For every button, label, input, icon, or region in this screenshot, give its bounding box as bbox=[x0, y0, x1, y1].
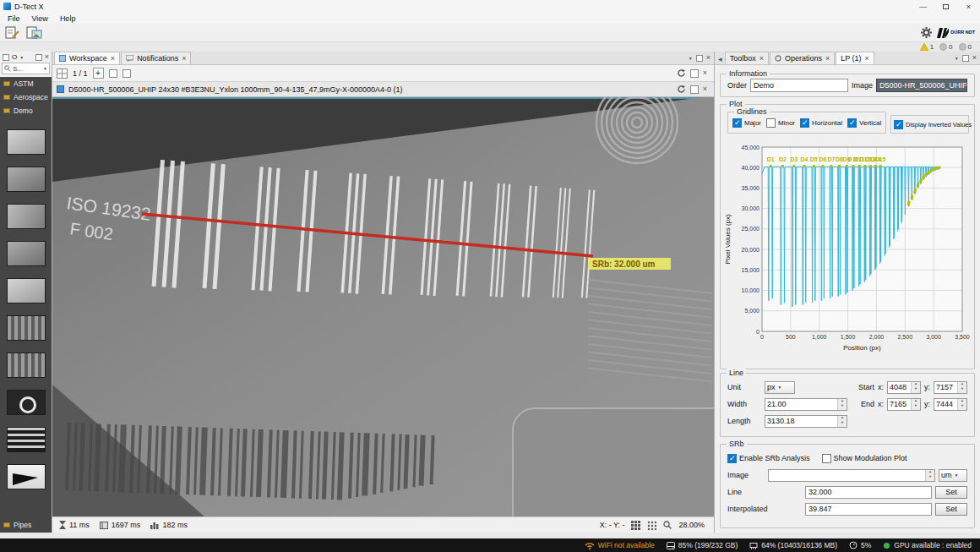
scroll-tabs-left-icon[interactable]: ◀ bbox=[716, 56, 724, 64]
close-panel-icon[interactable]: × bbox=[972, 54, 977, 62]
info-badge[interactable]: 0 bbox=[939, 43, 952, 51]
srb-line-field[interactable]: 32.000 bbox=[805, 486, 932, 499]
unit-select[interactable]: px▼ bbox=[765, 381, 795, 394]
checkbox-icon bbox=[800, 118, 809, 128]
app-icon bbox=[3, 3, 11, 10]
minor-gridlines-checkbox[interactable]: Minor bbox=[766, 118, 795, 128]
tab-close-icon[interactable]: × bbox=[760, 55, 764, 63]
zoom-icon[interactable] bbox=[663, 521, 672, 529]
search-filter-chevron-icon[interactable]: ▼ bbox=[43, 66, 47, 71]
plot-group: Plot Gridlines Major Minor Horizontal Ve… bbox=[720, 104, 975, 369]
message-badge[interactable]: 0 bbox=[959, 43, 972, 51]
tab-close-icon[interactable]: × bbox=[182, 55, 186, 63]
library-folder-demo[interactable]: Demo bbox=[0, 104, 52, 118]
end-label: End bbox=[861, 400, 874, 408]
tab-toolbox[interactable]: Toolbox× bbox=[725, 52, 769, 64]
refresh-icon[interactable] bbox=[677, 68, 686, 78]
minimize-button[interactable]: — bbox=[912, 0, 934, 13]
image-thumbnail[interactable] bbox=[7, 278, 46, 303]
close-button[interactable]: × bbox=[957, 0, 980, 13]
grid-overlay-icon[interactable] bbox=[631, 521, 640, 530]
order-label: Order bbox=[727, 81, 747, 90]
tab-close-icon[interactable]: × bbox=[825, 55, 830, 63]
info-icon bbox=[939, 43, 947, 51]
width-field[interactable]: 21.00▲▼ bbox=[765, 398, 847, 411]
menu-help[interactable]: Help bbox=[54, 13, 82, 24]
srb-unit-select[interactable]: um▼ bbox=[939, 469, 967, 482]
film-icon bbox=[100, 522, 108, 529]
vertical-gridlines-checkbox[interactable]: Vertical bbox=[847, 118, 881, 128]
pin-icon[interactable] bbox=[35, 54, 42, 61]
library-folder-aerospace[interactable]: Aerospace bbox=[0, 90, 52, 104]
image-thumbnail[interactable] bbox=[7, 167, 46, 192]
tab-lp[interactable]: LP (1)× bbox=[836, 52, 874, 64]
float-panel-icon[interactable] bbox=[962, 55, 969, 62]
image-thumbnail[interactable] bbox=[7, 353, 46, 378]
dots-overlay-icon[interactable] bbox=[647, 521, 656, 530]
image-thumbnail[interactable] bbox=[7, 464, 46, 489]
menu-view[interactable]: View bbox=[26, 13, 54, 24]
order-field[interactable]: Demo bbox=[750, 79, 848, 92]
menu-file[interactable]: File bbox=[2, 13, 26, 24]
image-field[interactable]: D5000-HR_500006_UHIP 24x30 #B bbox=[876, 79, 967, 92]
image-tab-title[interactable]: D5000-HR_500006_UHIP 24x30 #B3E3NU_Yxlon… bbox=[68, 85, 403, 94]
show-modulation-plot-checkbox[interactable]: Show Modulation Plot bbox=[822, 454, 907, 463]
start-y-field[interactable]: 7157▲▼ bbox=[934, 381, 967, 394]
marquee-select-icon[interactable] bbox=[122, 69, 131, 78]
settings-gear-icon[interactable] bbox=[921, 27, 932, 38]
set-line-button[interactable]: Set bbox=[935, 486, 967, 499]
line-profile-chart[interactable]: 05,00010,00015,00020,00025,00030,00035,0… bbox=[722, 142, 972, 358]
refresh-icon[interactable] bbox=[677, 85, 686, 94]
tab-notifications[interactable]: Notifications × bbox=[121, 52, 191, 64]
close-image-icon[interactable]: × bbox=[703, 85, 707, 93]
horizontal-gridlines-checkbox[interactable]: Horizontal bbox=[800, 118, 842, 128]
close-panel-icon[interactable]: × bbox=[45, 53, 49, 61]
major-gridlines-checkbox[interactable]: Major bbox=[732, 118, 761, 128]
float-panel-icon[interactable] bbox=[696, 55, 703, 62]
library-search[interactable]: S... ▼ bbox=[2, 63, 50, 74]
image-thumbnail[interactable] bbox=[7, 204, 46, 229]
zoom-level[interactable]: 28.00% bbox=[678, 521, 705, 529]
image-viewer[interactable]: ISO 19232 F 002 SRb: 32.000 um bbox=[52, 97, 714, 516]
display-inverted-values-checkbox[interactable]: Display Inverted Values bbox=[894, 120, 972, 129]
maximize-view-icon[interactable] bbox=[690, 69, 699, 78]
selection-edge bbox=[52, 97, 714, 99]
title-bar: D-Tect X — × bbox=[0, 0, 980, 13]
report-images-icon[interactable] bbox=[26, 26, 43, 40]
srb-interpolated-field[interactable]: 39.847 bbox=[805, 503, 932, 516]
close-document-icon[interactable]: × bbox=[703, 69, 707, 77]
warning-badge[interactable]: 1 bbox=[920, 43, 934, 51]
acquisition-time: 11 ms bbox=[59, 521, 90, 529]
tab-list-chevron-icon[interactable]: ▼ bbox=[689, 56, 693, 61]
fit-view-icon[interactable] bbox=[109, 69, 117, 78]
end-y-field[interactable]: 7444▲▼ bbox=[934, 398, 967, 411]
start-x-field[interactable]: 4048▲▼ bbox=[887, 381, 921, 394]
tab-workspace[interactable]: Workspace × bbox=[54, 52, 120, 64]
layout-grid-icon[interactable] bbox=[57, 68, 68, 79]
maximize-view-icon[interactable] bbox=[690, 85, 699, 94]
srb-image-select[interactable]: ▲▼ bbox=[768, 469, 935, 482]
tab-close-icon[interactable]: × bbox=[111, 55, 115, 63]
image-thumbnail[interactable] bbox=[7, 129, 46, 155]
panel-icon[interactable] bbox=[3, 54, 9, 61]
chevron-down-icon[interactable]: ▼ bbox=[19, 55, 24, 60]
image-thumbnail[interactable] bbox=[7, 427, 46, 452]
close-panel-icon[interactable]: × bbox=[706, 54, 710, 62]
image-thumbnail[interactable] bbox=[7, 241, 46, 266]
end-x-field[interactable]: 7165▲▼ bbox=[887, 398, 921, 411]
length-field[interactable]: 3130.18▲▼ bbox=[765, 415, 847, 428]
group-title: SRb bbox=[727, 440, 747, 448]
image-thumbnail[interactable] bbox=[7, 390, 46, 415]
report-edit-icon[interactable] bbox=[5, 26, 20, 40]
maximize-button[interactable] bbox=[934, 0, 957, 13]
set-interpolated-button[interactable]: Set bbox=[935, 503, 967, 516]
tab-list-chevron-icon[interactable]: ▼ bbox=[955, 56, 959, 61]
enable-srb-analysis-checkbox[interactable]: Enable SRb Analysis bbox=[727, 454, 810, 463]
library-folder-pipes[interactable]: Pipes bbox=[0, 519, 52, 531]
xray-image[interactable]: ISO 19232 F 002 SRb: 32.000 um bbox=[52, 97, 714, 516]
library-folder-astm[interactable]: ASTM bbox=[0, 77, 52, 90]
add-page-button[interactable]: + bbox=[93, 68, 104, 79]
tab-operations[interactable]: Operations× bbox=[770, 52, 835, 64]
image-thumbnail[interactable] bbox=[7, 315, 46, 341]
tab-close-icon[interactable]: × bbox=[865, 55, 869, 63]
